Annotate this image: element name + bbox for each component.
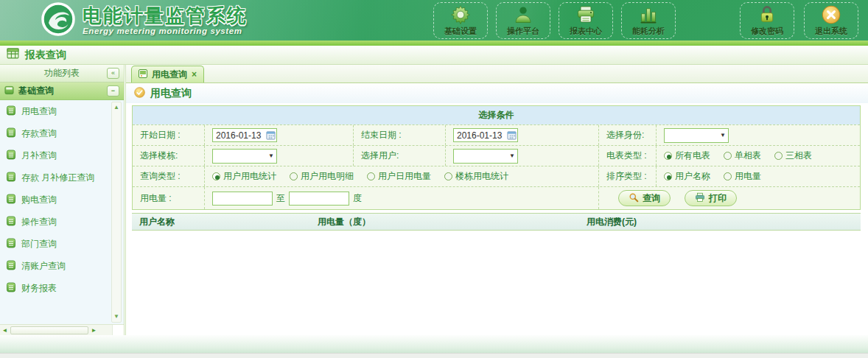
radio-icon bbox=[724, 172, 732, 180]
chevron-down-icon: ▼ bbox=[509, 152, 515, 159]
tab-bar: 用电查询 × bbox=[126, 65, 868, 83]
chevron-down-icon: ▼ bbox=[268, 152, 274, 159]
page-title-row: 用电查询 bbox=[126, 83, 868, 103]
radio-single-phase[interactable]: 单相表 bbox=[724, 150, 761, 162]
calendar-icon[interactable] bbox=[266, 130, 276, 140]
magnifier-icon bbox=[629, 192, 639, 205]
print-button[interactable]: 打印 bbox=[685, 190, 737, 206]
doc-icon bbox=[6, 172, 16, 184]
nav-label: 能耗分析 bbox=[632, 26, 665, 37]
sidebar-item-deposit-correction-query[interactable]: 存款 月补修正查询 bbox=[0, 166, 124, 189]
section-minimize-button[interactable]: − bbox=[107, 85, 119, 96]
sidebar-item-department-query[interactable]: 部门查询 bbox=[0, 233, 124, 255]
radio-icon bbox=[444, 172, 452, 180]
app-title: 电能计量监管系统 bbox=[83, 6, 248, 26]
form-row-query-type: 查询类型 : 用户用电统计 用户用电明细 用户日用电量 bbox=[133, 166, 860, 186]
column-user-name: 用户名称 bbox=[132, 216, 310, 228]
sidebar-item-clear-account-query[interactable]: 清账户查询 bbox=[0, 255, 124, 277]
nav-label: 操作平台 bbox=[507, 26, 539, 37]
sidebar-item-monthly-supplement-query[interactable]: 月补查询 bbox=[0, 144, 124, 166]
radio-selected-icon bbox=[664, 172, 672, 180]
chevron-down-icon: ▼ bbox=[720, 132, 726, 138]
meter-type-options: 所有电表 单相表 三相表 bbox=[656, 146, 860, 166]
usage-to-label: 至 bbox=[276, 192, 285, 205]
column-cost: 用电消费(元) bbox=[579, 216, 861, 228]
results-table-header: 用户名称 用电量（度） 用电消费(元) bbox=[132, 213, 861, 231]
logo-swirl-icon bbox=[41, 2, 75, 39]
radio-all-meters[interactable]: 所有电表 bbox=[664, 150, 710, 162]
doc-icon bbox=[6, 238, 16, 250]
nav-label: 报表中心 bbox=[570, 26, 602, 37]
sidebar-item-deposit-query[interactable]: 存款查询 bbox=[0, 122, 124, 144]
radio-building-usage-stats[interactable]: 楼栋用电统计 bbox=[444, 170, 508, 183]
radio-icon bbox=[290, 172, 298, 180]
radio-user-usage-stats[interactable]: 用户用电统计 bbox=[212, 170, 276, 183]
query-type-options: 用户用电统计 用户用电明细 用户日用电量 楼栋用电统计 bbox=[204, 166, 598, 186]
nav-label: 退出系统 bbox=[815, 26, 847, 37]
exit-icon bbox=[821, 4, 841, 25]
scroll-up-arrow[interactable]: ▲ bbox=[112, 103, 121, 112]
doc-icon bbox=[6, 150, 16, 162]
header-nav: 基础设置 操作平台 bbox=[433, 2, 676, 39]
building-select[interactable]: ▼ bbox=[212, 149, 277, 164]
header-accent-band bbox=[0, 41, 868, 46]
identity-select[interactable]: ▼ bbox=[664, 128, 729, 143]
user-select[interactable]: ▼ bbox=[453, 149, 518, 164]
nav-exit-system[interactable]: 退出系统 bbox=[804, 2, 858, 39]
radio-three-phase[interactable]: 三相表 bbox=[774, 150, 812, 162]
usage-to-input[interactable] bbox=[289, 192, 349, 206]
scroll-right-arrow[interactable]: ► bbox=[89, 327, 99, 334]
end-date-label: 结束日期 : bbox=[353, 125, 445, 145]
page-title: 用电查询 bbox=[150, 87, 192, 100]
header-nav-right: 修改密码 退出系统 bbox=[740, 2, 858, 39]
condition-panel-title: 选择条件 bbox=[133, 106, 860, 124]
usage-unit-label: 度 bbox=[353, 192, 362, 205]
nav-label: 基础设置 bbox=[444, 26, 477, 37]
nav-change-password[interactable]: 修改密码 bbox=[740, 2, 794, 39]
building-label: 选择楼栋: bbox=[133, 146, 204, 166]
radio-user-daily-usage[interactable]: 用户日用电量 bbox=[367, 170, 431, 183]
radio-sort-usage[interactable]: 用电量 bbox=[724, 170, 761, 183]
identity-label: 选择身份: bbox=[598, 125, 656, 145]
meter-type-label: 电表类型 : bbox=[598, 146, 656, 166]
sort-type-options: 用户名称 用电量 bbox=[656, 166, 860, 186]
folder-icon bbox=[4, 85, 14, 97]
main-content: 用电查询 × 用电查询 选择条件 开始日期 : bbox=[125, 65, 868, 335]
radio-icon bbox=[724, 152, 732, 160]
tab-close-icon[interactable]: × bbox=[192, 70, 197, 79]
radio-user-usage-detail[interactable]: 用户用电明细 bbox=[290, 170, 354, 183]
nav-basic-settings[interactable]: 基础设置 bbox=[433, 2, 488, 39]
gear-icon bbox=[450, 4, 471, 25]
sidebar-collapse-button[interactable]: « bbox=[107, 68, 119, 79]
user-label: 选择用户: bbox=[353, 146, 445, 166]
sidebar-item-purchase-query[interactable]: 购电查询 bbox=[0, 189, 124, 211]
scroll-left-arrow[interactable]: ◄ bbox=[0, 327, 10, 334]
nav-report-center[interactable]: 报表中心 bbox=[559, 2, 613, 39]
nav-energy-analysis[interactable]: 能耗分析 bbox=[621, 2, 676, 39]
module-toolbar: 报表查询 bbox=[0, 46, 868, 65]
module-title: 报表查询 bbox=[25, 49, 66, 62]
doc-icon bbox=[6, 127, 16, 140]
sidebar-horizontal-scrollbar[interactable]: ◄ ► bbox=[0, 324, 124, 335]
tab-electricity-query[interactable]: 用电查询 × bbox=[131, 66, 204, 83]
usage-from-input[interactable] bbox=[212, 192, 273, 206]
sidebar-item-electricity-query[interactable]: 用电查询 bbox=[0, 100, 124, 122]
sidebar-item-financial-report[interactable]: 财务报表 bbox=[0, 277, 124, 299]
tab-label: 用电查询 bbox=[152, 69, 187, 81]
sidebar-vertical-scrollbar[interactable]: ▲ ▼ bbox=[111, 102, 122, 323]
doc-icon bbox=[6, 194, 16, 206]
tab-page-icon bbox=[139, 69, 147, 80]
nav-operation-platform[interactable]: 操作平台 bbox=[496, 2, 550, 39]
radio-sort-user-name[interactable]: 用户名称 bbox=[664, 170, 710, 183]
scroll-down-arrow[interactable]: ▼ bbox=[112, 312, 121, 321]
lock-icon bbox=[757, 4, 777, 25]
sidebar-section-basic-query[interactable]: 基础查询 − bbox=[0, 83, 124, 100]
form-row-dates: 开始日期 : 结束日期 : bbox=[133, 124, 860, 145]
doc-icon bbox=[6, 105, 16, 118]
app-window: 电能计量监管系统 Energy metering monitoring syst… bbox=[0, 0, 868, 358]
calendar-icon[interactable] bbox=[507, 130, 517, 140]
scrollbar-thumb[interactable] bbox=[10, 326, 88, 334]
sidebar-item-operation-query[interactable]: 操作查询 bbox=[0, 211, 124, 233]
query-button[interactable]: 查询 bbox=[618, 190, 671, 206]
logo: 电能计量监管系统 Energy metering monitoring syst… bbox=[41, 2, 248, 39]
